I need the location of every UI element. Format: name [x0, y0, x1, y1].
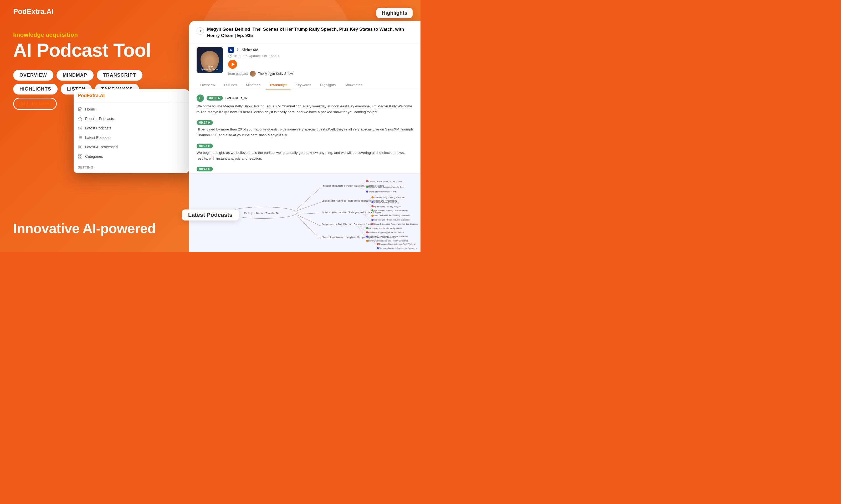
speaker-header-4: 00:47 [196, 167, 413, 172]
sidebar-latest-label: Latest Podcasts [85, 126, 111, 130]
sidebar-item-home[interactable]: Home [73, 105, 189, 114]
sidebar-setting-label: Setting [73, 163, 189, 172]
svg-point-58 [366, 227, 368, 229]
svg-point-72 [377, 243, 379, 245]
thumbnail-label: The Mlyn Kelly Show [201, 65, 218, 71]
sidebar-item-theme[interactable]: Theme [73, 172, 189, 173]
svg-text:Timing of Macronutrient Fillin: Timing of Macronutrient Filling [368, 191, 396, 193]
play-button[interactable] [228, 60, 237, 69]
svg-marker-0 [78, 117, 82, 121]
tag-highlights: HIGHLIGHTS [13, 84, 57, 94]
svg-text:GLP-1 Mimetics and Obesity Tre: GLP-1 Mimetics and Obesity Treatment [374, 214, 410, 217]
episode-tabs: Overview Outlines Mindmap Transcript Key… [189, 80, 420, 90]
from-label: from podcast [228, 72, 248, 76]
sirius-badge: S [228, 47, 234, 53]
svg-text:Perspectives on Diet, Fiber, a: Perspectives on Diet, Fiber, and Evidenc… [322, 223, 374, 226]
timestamp-play-icon-4 [208, 168, 210, 170]
svg-point-61 [366, 231, 368, 233]
highlights-badge: Highlights [376, 8, 413, 18]
svg-text:Glycogen Replenishment Post-Wo: Glycogen Replenishment Post-Workout [379, 243, 415, 245]
svg-text:Strength Training Principles: Strength Training Principles [374, 201, 399, 203]
update-date: 05/11/2024 [262, 54, 279, 58]
svg-text:Evidence Supporting Fiber and : Evidence Supporting Fiber and Health [368, 231, 404, 234]
sidebar-nav: Home Popular Podcasts Latest Podcasts La… [73, 102, 189, 163]
sidebar-item-latest-podcasts[interactable]: Latest Podcasts [73, 123, 189, 133]
play-icon [231, 62, 235, 66]
transcript-content: L 00:00 SPEAKER_07 Welcome to The Megyn … [189, 90, 420, 172]
podcast-meta: The Mlyn Kelly Show S 🎙 SiriusXM 🕐 01:39… [189, 43, 420, 80]
sidebar-categories-label: Categories [85, 154, 103, 159]
svg-rect-11 [81, 157, 82, 158]
svg-point-22 [366, 180, 368, 182]
tab-keywords[interactable]: Keywords [292, 80, 315, 90]
podcast-source: S 🎙 SiriusXM [228, 47, 413, 53]
svg-text:Stress and Active Lifestyles f: Stress and Active Lifestyles for Recover… [379, 247, 416, 249]
svg-text:Protein Turnover and Thermic E: Protein Turnover and Thermic Effect [368, 180, 402, 182]
svg-text:Concerns over Excessive Muscle: Concerns over Excessive Muscle Gain [368, 186, 404, 188]
sidebar-logo: PodExtra.AI [78, 93, 105, 98]
podcast-mini-thumb [250, 71, 256, 77]
transcript-block-3: 00:37 We begin at eight, as we believe t… [196, 144, 413, 162]
tag-mindmap: MINDMAP [56, 70, 93, 80]
episode-title: Megyn Goes Behind_The_Scenes of Her Trum… [207, 26, 413, 39]
timestamp-play-icon-1 [218, 97, 220, 99]
svg-point-39 [371, 205, 374, 208]
svg-text:GLP-1 Mimetics, Nutrition Chal: GLP-1 Mimetics, Nutrition Challenges, an… [322, 211, 383, 214]
sidebar-item-latest-episodes[interactable]: Latest Episodes [73, 133, 189, 142]
svg-point-50 [371, 219, 374, 221]
tag-overview: OVERVIEW [13, 70, 53, 80]
speaker-header-1: L 00:00 SPEAKER_07 [196, 94, 413, 102]
svg-text:Dietary Approaches for Weight : Dietary Approaches for Weight Loss [368, 227, 401, 230]
speaker-header-2: 00:24 [196, 120, 413, 125]
speaker-avatar-1: L [196, 94, 204, 102]
timestamp-btn-1[interactable]: 00:00 [207, 96, 223, 101]
svg-point-25 [366, 186, 368, 188]
sidebar-item-categories[interactable]: Categories [73, 152, 189, 161]
tab-mindmap[interactable]: Mindmap [242, 80, 264, 90]
svg-rect-12 [78, 157, 80, 158]
timestamp-btn-4[interactable]: 00:47 [196, 167, 213, 172]
svg-point-8 [80, 146, 81, 148]
timestamp-btn-2[interactable]: 00:24 [196, 120, 213, 125]
tab-outlines[interactable]: Outlines [220, 80, 241, 90]
timestamp-play-icon-2 [208, 122, 210, 124]
svg-point-67 [366, 240, 368, 242]
tagline-label: knowledge acquisition [13, 32, 160, 38]
svg-text:Understanding Training to Fail: Understanding Training to Failure [374, 196, 405, 199]
svg-point-28 [366, 191, 368, 193]
svg-point-36 [371, 201, 374, 203]
timestamp-btn-3[interactable]: 00:37 [196, 144, 213, 148]
transcript-text-2: I'll be joined by more than 20 of your f… [196, 127, 413, 138]
app-logo[interactable]: PodExtra.AI [13, 7, 53, 16]
tab-transcript[interactable]: Transcript [266, 80, 290, 90]
transcript-block-4: 00:47 We'll have data gurus, campaign gu… [196, 167, 413, 172]
sidebar-home-label: Home [85, 107, 95, 111]
tab-overview[interactable]: Overview [196, 80, 219, 90]
podcast-name: The Megyn Kelly Show [258, 72, 293, 76]
bottom-tagline: Innovative AI-powered [13, 220, 156, 236]
episode-header: Megyn Goes Behind_The_Scenes of Her Trum… [189, 21, 420, 43]
podcast-info: S 🎙 SiriusXM 🕐 01:39:07 Update: 05/11/20… [228, 47, 413, 77]
from-podcast: from podcast The Megyn Kelly Show [228, 71, 413, 77]
svg-text:Dietary Components and Health : Dietary Components and Health Outcomes [368, 240, 408, 242]
speaker-header-3: 00:37 [196, 144, 413, 148]
tab-shownotes[interactable]: Shownotes [341, 80, 366, 90]
svg-point-1 [80, 128, 81, 129]
transcript-block-1: L 00:00 SPEAKER_07 Welcome to The Megyn … [196, 94, 413, 115]
svg-text:Effects of Nutrition and Lifes: Effects of Nutrition and Lifestyle on Gl… [322, 236, 396, 239]
sidebar-item-popular[interactable]: Popular Podcasts [73, 114, 189, 123]
svg-text:Dr. Layne Norton: Tools for Nu: Dr. Layne Norton: Tools for Nu... [244, 212, 282, 214]
update-label: Update: [249, 54, 261, 58]
svg-rect-10 [81, 155, 82, 156]
back-button[interactable] [196, 27, 204, 35]
svg-rect-9 [78, 155, 80, 156]
podcast-duration: 🕐 01:39:07 Update: 05/11/2024 [228, 54, 413, 58]
tag-all-in-one[interactable]: ALL IN ONE [13, 98, 57, 110]
sidebar-preview-window: PodExtra.AI Home Popular Podcasts Latest… [73, 89, 189, 173]
main-app-window: Megyn Goes Behind_The_Scenes of Her Trum… [189, 21, 420, 179]
sidebar-item-ai-processed[interactable]: Latest AI-processed [73, 142, 189, 152]
main-title: AI Podcast Tool [13, 40, 160, 60]
svg-point-75 [377, 247, 379, 249]
duration-value: 01:39:07 [234, 54, 247, 58]
tab-highlights[interactable]: Highlights [316, 80, 339, 90]
